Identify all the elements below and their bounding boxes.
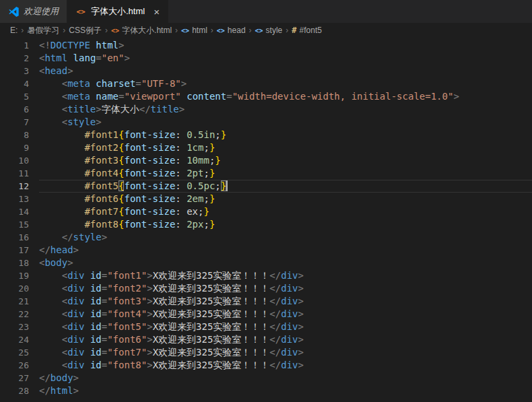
line-number: 23 [0,321,29,333]
code-token [39,91,62,102]
code-line[interactable]: #font5{font-size: 0.5pc;} [39,180,532,193]
code-line[interactable]: <div id="font3">X欢迎来到325实验室！！！</div> [39,295,532,308]
code-line[interactable]: #font6{font-size: 2em;} [39,193,532,205]
code-line[interactable]: <meta name="viewport" content="width=dev… [39,90,532,103]
code-line[interactable]: <div id="font8">X欢迎来到325实验室！！！</div> [39,359,532,372]
code-token: } [221,180,226,191]
vscode-window: 欢迎使用<>字体大小.html× E:›暑假学习›CSS例子›<>字体大小.ht… [0,0,532,397]
breadcrumb-item[interactable]: E: [10,26,18,35]
code-line[interactable]: <div id="font4">X欢迎来到325实验室！！！</div> [39,308,532,321]
code-line[interactable]: </head> [39,244,532,257]
code-token [39,104,62,114]
code-line[interactable]: </html> [39,384,532,397]
breadcrumb-separator-icon: › [63,26,65,35]
code-line[interactable]: <meta charset="UTF-8"> [39,77,532,90]
code-token: font-size [124,219,175,230]
line-numbers: 1234567891011121314151617181920212223242… [0,39,29,397]
code-token: charset [96,78,135,89]
tab-file[interactable]: <>字体大小.html× [67,0,168,23]
code-token: "UTF-8" [141,78,181,89]
code-token: X欢迎来到325实验室！！！ [153,347,270,358]
line-number: 9 [0,141,29,154]
code-lines[interactable]: <!DOCTYPE html><html lang="en"><head> <m… [29,39,532,397]
code-token: = [226,91,232,102]
code-token: div [281,283,298,294]
code-token: <! [39,40,51,51]
tag-icon: <> [181,27,189,34]
code-token: 1cm [187,142,203,153]
code-token: ex [187,206,198,217]
code-token: div [281,321,298,332]
code-token: div [67,360,84,370]
code-token: X欢迎来到325实验室！！！ [153,308,270,319]
code-token: #font4 [84,168,119,178]
code-token: div [67,270,84,281]
code-token: 2px [187,219,203,230]
code-line[interactable]: <html lang="en"> [39,52,532,65]
breadcrumb-item[interactable]: <>style [255,26,283,35]
code-line[interactable]: <head> [39,65,532,77]
code-token: } [215,155,220,166]
tab-welcome[interactable]: 欢迎使用 [0,0,67,23]
code-line[interactable]: <title>字体大小</title> [39,103,532,116]
code-token [39,334,62,345]
code-line[interactable]: #font2{font-size: 1cm;} [39,141,532,154]
breadcrumb-label: 暑假学习 [27,25,59,36]
code-line[interactable]: </body> [39,372,532,384]
line-number: 24 [0,333,29,346]
code-token [39,360,62,370]
code-line[interactable]: <div id="font2">X欢迎来到325实验室！！！</div> [39,282,532,295]
code-token: #font1 [84,129,119,140]
breadcrumb-item[interactable]: <>head [217,26,246,35]
vscode-logo-icon [8,6,19,17]
close-tab-icon[interactable]: × [154,7,160,17]
code-line[interactable]: #font3{font-size: 10mm;} [39,154,532,167]
code-token: ; [215,180,220,191]
breadcrumb-item[interactable]: CSS例子 [69,25,102,36]
code-line[interactable]: <style> [39,116,532,129]
code-token: head [44,65,67,76]
breadcrumb-item[interactable]: <>字体大小.html [111,25,172,36]
code-token: meta [67,91,90,102]
code-line[interactable]: <div id="font5">X欢迎来到325实验室！！！</div> [39,321,532,333]
code-token [39,232,62,242]
code-line[interactable]: #font7{font-size: ex;} [39,205,532,218]
code-token: "font4" [107,308,147,319]
code-token: } [209,142,215,153]
code-line[interactable]: <div id="font1">X欢迎来到325实验室！！！</div> [39,269,532,282]
code-token: html [51,385,73,396]
breadcrumb-item[interactable]: ##font5 [292,26,322,35]
code-token: 2em [187,193,203,204]
code-token: < [62,296,67,306]
breadcrumb-item[interactable]: <>html [181,26,207,35]
code-token: </ [62,232,73,242]
line-number: 2 [0,52,29,65]
code-token [39,296,62,306]
code-token: } [209,219,215,230]
code-token [39,129,84,140]
code-token: id [90,321,102,332]
code-token: ; [203,219,209,230]
code-line[interactable]: <!DOCTYPE html> [39,39,532,52]
code-token: id [90,360,102,370]
code-token: } [209,168,215,178]
code-token: div [67,347,84,358]
code-token: < [62,91,67,102]
code-line[interactable]: #font4{font-size: 2pt;} [39,167,532,180]
code-token [84,347,90,358]
code-token: : [175,219,187,230]
code-token: : [175,168,187,178]
code-token: X欢迎来到325实验室！！！ [153,283,270,294]
code-line[interactable]: #font1{font-size: 0.5in;} [39,129,532,141]
code-token: #font5 [84,180,119,191]
code-token: </ [269,308,281,319]
code-token [84,283,90,294]
code-token: 10mm [187,155,209,166]
code-line[interactable]: <div id="font6">X欢迎来到325实验室！！！</div> [39,333,532,346]
code-line[interactable]: #font8{font-size: 2px;} [39,218,532,231]
breadcrumb-item[interactable]: 暑假学习 [27,25,59,36]
code-line[interactable]: <body> [39,257,532,269]
code-line[interactable]: </style> [39,231,532,244]
css-rule-icon: # [292,26,296,35]
code-line[interactable]: <div id="font7">X欢迎来到325实验室！！！</div> [39,346,532,359]
